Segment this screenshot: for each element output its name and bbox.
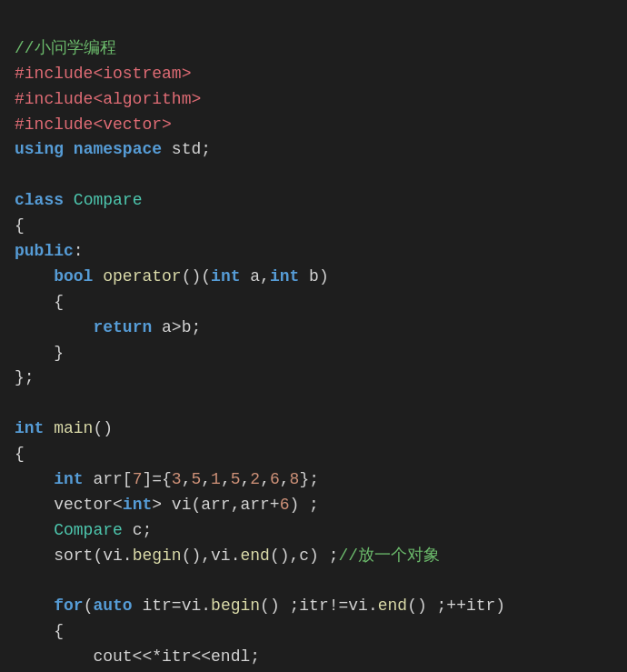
compare-type: Compare bbox=[54, 521, 123, 539]
namespace-keyword: namespace bbox=[74, 140, 162, 158]
comma1: , bbox=[182, 470, 192, 488]
int-keyword1: int bbox=[211, 267, 240, 286]
num2: 2 bbox=[250, 470, 260, 488]
num8: 8 bbox=[290, 470, 300, 488]
sort-call: sort(vi. bbox=[54, 547, 132, 565]
int-keyword2: int bbox=[270, 267, 299, 286]
for-parens: ( bbox=[84, 597, 94, 615]
int-keyword4: int bbox=[123, 496, 152, 514]
end-func2: end bbox=[378, 597, 407, 615]
vector-decl: vector< bbox=[54, 496, 123, 514]
comma2: , bbox=[201, 470, 211, 488]
space3 bbox=[64, 191, 74, 209]
indent4: } bbox=[15, 344, 64, 362]
arr-assign: ]={ bbox=[142, 470, 171, 488]
comment-line: //小问学编程 bbox=[15, 39, 116, 57]
class-name: Compare bbox=[74, 191, 143, 209]
for-brace-open: { bbox=[15, 622, 64, 640]
vector-end: ) ; bbox=[290, 496, 319, 514]
indent3 bbox=[15, 318, 93, 336]
class-keyword: class bbox=[15, 191, 64, 209]
indent10: cout<<*itr<<endl; bbox=[15, 647, 260, 666]
num5b: 5 bbox=[231, 470, 241, 488]
comma4: , bbox=[241, 470, 251, 488]
using-keyword: using bbox=[15, 140, 64, 158]
brace-open1: { bbox=[15, 216, 25, 235]
space2: std; bbox=[162, 140, 211, 158]
code-editor: //小问学编程 #include<iostream> #include<algo… bbox=[15, 11, 612, 672]
indent5 bbox=[15, 470, 54, 488]
op-parens: ()( bbox=[182, 267, 211, 286]
indent6 bbox=[15, 496, 54, 514]
for-keyword: for bbox=[54, 597, 83, 615]
sort-mid: (),vi. bbox=[182, 547, 241, 565]
indent9 bbox=[15, 597, 54, 615]
end-func1: end bbox=[240, 547, 269, 565]
colon1: : bbox=[74, 242, 84, 260]
num7: 7 bbox=[133, 470, 143, 488]
brace-close1: }; bbox=[15, 368, 35, 386]
space5: a, bbox=[240, 267, 269, 286]
num6: 6 bbox=[270, 470, 280, 488]
comma3: , bbox=[221, 470, 231, 488]
main-parens: () bbox=[93, 419, 113, 437]
operator-func: operator bbox=[103, 267, 181, 286]
sort-end: (),c) ; bbox=[270, 547, 339, 565]
for-mid: () ;itr!=vi. bbox=[260, 597, 378, 615]
for-end: () ;++itr) bbox=[407, 597, 505, 615]
return-keyword1: return bbox=[93, 318, 152, 336]
inline-comment: //放一个对象 bbox=[339, 547, 441, 565]
num5a: 5 bbox=[191, 470, 201, 488]
include-algorithm: #include<algorithm> bbox=[15, 90, 201, 108]
int-main-keyword: int bbox=[15, 419, 44, 437]
main-func: main bbox=[54, 419, 93, 437]
itr-decl: itr=vi. bbox=[133, 597, 211, 615]
comma6: , bbox=[280, 470, 290, 488]
comma5: , bbox=[260, 470, 270, 488]
bool-keyword: bool bbox=[54, 267, 93, 286]
include-vector: #include<vector> bbox=[15, 115, 172, 134]
begin-func1: begin bbox=[133, 547, 182, 565]
public-keyword: public bbox=[15, 242, 74, 260]
space7: a>b; bbox=[152, 318, 201, 336]
space6: b) bbox=[299, 267, 328, 286]
auto-keyword: auto bbox=[93, 597, 132, 615]
num3: 3 bbox=[172, 470, 182, 488]
num1: 1 bbox=[211, 470, 221, 488]
num6b: 6 bbox=[280, 496, 290, 514]
arr-end: }; bbox=[299, 470, 319, 488]
indent8 bbox=[15, 547, 54, 565]
space1 bbox=[64, 140, 74, 158]
space8 bbox=[44, 419, 54, 437]
include-iostream: #include<iostream> bbox=[15, 65, 191, 83]
arr-decl: arr[ bbox=[84, 470, 133, 488]
indent2: { bbox=[15, 293, 64, 311]
indent7 bbox=[15, 521, 54, 539]
vector-decl2: > vi(arr,arr+ bbox=[152, 496, 279, 514]
indent1 bbox=[15, 267, 54, 286]
brace-open2: { bbox=[15, 445, 25, 463]
int-keyword3: int bbox=[54, 470, 83, 488]
begin-func2: begin bbox=[211, 597, 260, 615]
compare-var: c; bbox=[123, 521, 152, 539]
space4 bbox=[93, 267, 103, 286]
